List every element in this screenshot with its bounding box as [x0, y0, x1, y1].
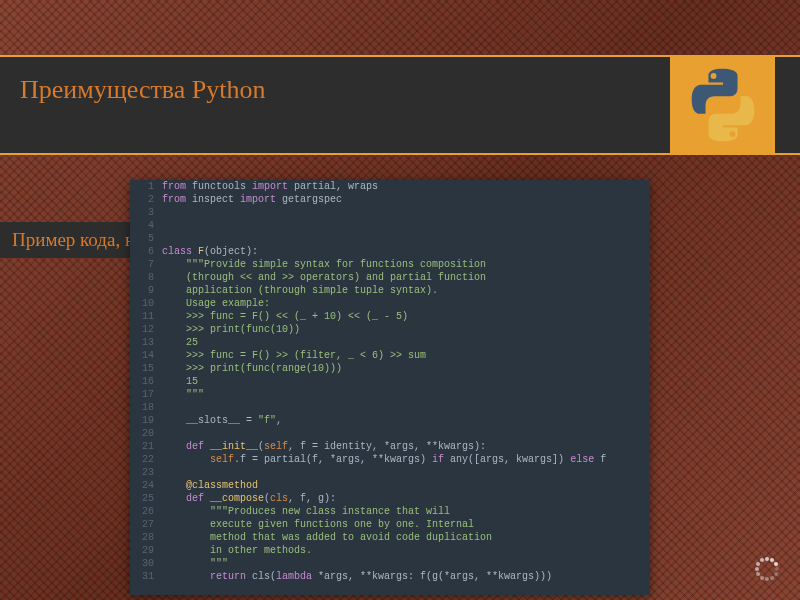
- line-number: 19: [130, 414, 162, 427]
- code-text: application (through simple tuple syntax…: [162, 284, 650, 297]
- python-logo-icon: [683, 65, 763, 145]
- line-number: 21: [130, 440, 162, 453]
- code-text: [162, 206, 650, 219]
- code-text: >>> func = F() >> (filter, _ < 6) >> sum: [162, 349, 650, 362]
- code-text: @classmethod: [162, 479, 650, 492]
- code-line: 13 25: [130, 336, 650, 349]
- code-text: from functools import partial, wraps: [162, 180, 650, 193]
- code-text: __slots__ = "f",: [162, 414, 650, 427]
- code-line: 7 """Provide simple syntax for functions…: [130, 258, 650, 271]
- code-line: 3: [130, 206, 650, 219]
- code-line: 31 return cls(lambda *args, **kwargs: f(…: [130, 570, 650, 583]
- code-line: 27 execute given functions one by one. I…: [130, 518, 650, 531]
- code-text: 25: [162, 336, 650, 349]
- line-number: 5: [130, 232, 162, 245]
- line-number: 22: [130, 453, 162, 466]
- code-line: 11 >>> func = F() << (_ + 10) << (_ - 5): [130, 310, 650, 323]
- code-line: 14 >>> func = F() >> (filter, _ < 6) >> …: [130, 349, 650, 362]
- loading-spinner-icon: [754, 556, 780, 582]
- code-line: 28 method that was added to avoid code d…: [130, 531, 650, 544]
- code-text: return cls(lambda *args, **kwargs: f(g(*…: [162, 570, 650, 583]
- line-number: 29: [130, 544, 162, 557]
- line-number: 12: [130, 323, 162, 336]
- code-text: """Produces new class instance that will: [162, 505, 650, 518]
- code-text: >>> print(func(range(10))): [162, 362, 650, 375]
- line-number: 31: [130, 570, 162, 583]
- code-text: [162, 219, 650, 232]
- line-number: 18: [130, 401, 162, 414]
- code-text: """Provide simple syntax for functions c…: [162, 258, 650, 271]
- code-line: 4: [130, 219, 650, 232]
- line-number: 14: [130, 349, 162, 362]
- line-number: 28: [130, 531, 162, 544]
- line-number: 6: [130, 245, 162, 258]
- line-number: 25: [130, 492, 162, 505]
- code-line: 10 Usage example:: [130, 297, 650, 310]
- code-text: """: [162, 388, 650, 401]
- line-number: 10: [130, 297, 162, 310]
- line-number: 3: [130, 206, 162, 219]
- code-text: in other methods.: [162, 544, 650, 557]
- line-number: 16: [130, 375, 162, 388]
- code-text: [162, 232, 650, 245]
- code-line: 9 application (through simple tuple synt…: [130, 284, 650, 297]
- line-number: 26: [130, 505, 162, 518]
- code-text: (through << and >> operators) and partia…: [162, 271, 650, 284]
- line-number: 20: [130, 427, 162, 440]
- code-text: >>> func = F() << (_ + 10) << (_ - 5): [162, 310, 650, 323]
- code-text: [162, 427, 650, 440]
- code-line: 26 """Produces new class instance that w…: [130, 505, 650, 518]
- line-number: 23: [130, 466, 162, 479]
- code-text: [162, 401, 650, 414]
- line-number: 9: [130, 284, 162, 297]
- code-text: def __init__(self, f = identity, *args, …: [162, 440, 650, 453]
- code-line: 6class F(object):: [130, 245, 650, 258]
- line-number: 7: [130, 258, 162, 271]
- line-number: 1: [130, 180, 162, 193]
- code-line: 5: [130, 232, 650, 245]
- code-text: self.f = partial(f, *args, **kwargs) if …: [162, 453, 650, 466]
- code-text: class F(object):: [162, 245, 650, 258]
- code-line: 16 15: [130, 375, 650, 388]
- python-logo-box: [670, 55, 775, 155]
- line-number: 8: [130, 271, 162, 284]
- code-line: 17 """: [130, 388, 650, 401]
- code-line: 15 >>> print(func(range(10))): [130, 362, 650, 375]
- line-number: 2: [130, 193, 162, 206]
- code-line: 1from functools import partial, wraps: [130, 180, 650, 193]
- line-number: 27: [130, 518, 162, 531]
- code-text: Usage example:: [162, 297, 650, 310]
- code-text: method that was added to avoid code dupl…: [162, 531, 650, 544]
- code-line: 21 def __init__(self, f = identity, *arg…: [130, 440, 650, 453]
- code-text: """: [162, 557, 650, 570]
- line-number: 30: [130, 557, 162, 570]
- code-line: 19 __slots__ = "f",: [130, 414, 650, 427]
- code-line: 8 (through << and >> operators) and part…: [130, 271, 650, 284]
- line-number: 24: [130, 479, 162, 492]
- code-text: def __compose(cls, f, g):: [162, 492, 650, 505]
- code-line: 22 self.f = partial(f, *args, **kwargs) …: [130, 453, 650, 466]
- code-line: 23: [130, 466, 650, 479]
- code-text: >>> print(func(10)): [162, 323, 650, 336]
- page-title: Преимущества Python: [20, 75, 265, 105]
- code-text: [162, 466, 650, 479]
- code-text: 15: [162, 375, 650, 388]
- line-number: 4: [130, 219, 162, 232]
- code-text: execute given functions one by one. Inte…: [162, 518, 650, 531]
- line-number: 15: [130, 362, 162, 375]
- code-line: 20: [130, 427, 650, 440]
- code-line: 24 @classmethod: [130, 479, 650, 492]
- code-line: 25 def __compose(cls, f, g):: [130, 492, 650, 505]
- code-line: 29 in other methods.: [130, 544, 650, 557]
- code-line: 30 """: [130, 557, 650, 570]
- code-text: from inspect import getargspec: [162, 193, 650, 206]
- code-line: 2from inspect import getargspec: [130, 193, 650, 206]
- line-number: 17: [130, 388, 162, 401]
- line-number: 13: [130, 336, 162, 349]
- line-number: 11: [130, 310, 162, 323]
- code-line: 18: [130, 401, 650, 414]
- code-line: 12 >>> print(func(10)): [130, 323, 650, 336]
- code-editor: 1from functools import partial, wraps2fr…: [130, 180, 650, 595]
